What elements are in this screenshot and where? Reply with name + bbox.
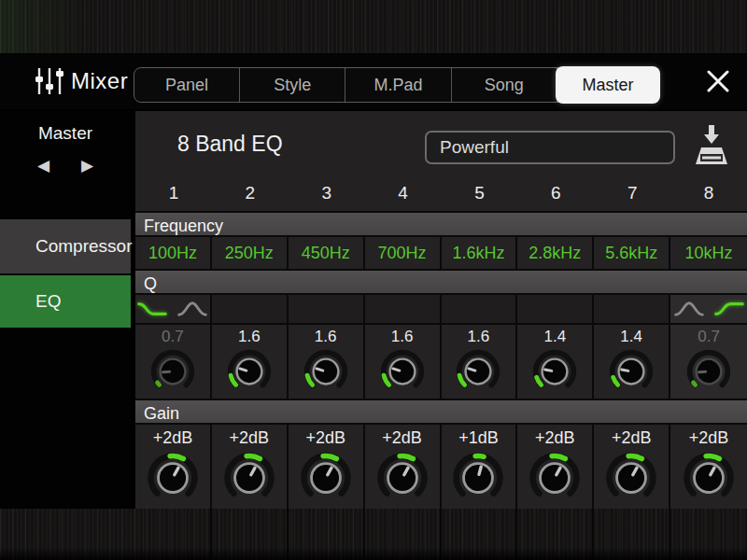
top-bezel (0, 0, 747, 54)
frequency-value: 100Hz (148, 244, 197, 263)
frequency-cell-6[interactable]: 2.8kHz (517, 237, 594, 269)
part-selector: ◀ ▶ (0, 157, 131, 175)
save-button[interactable] (693, 123, 730, 168)
frequency-cell-5[interactable]: 1.6kHz (442, 237, 518, 269)
tab-panel[interactable]: Panel (134, 68, 240, 102)
frequency-cell-1[interactable]: 100Hz (135, 237, 212, 269)
frequency-value: 1.6kHz (452, 244, 504, 263)
q-knob[interactable] (302, 347, 350, 396)
filter-type-row (135, 295, 747, 325)
sidebar-item-eq[interactable]: EQ (0, 275, 131, 328)
filter-type-cell-5 (442, 295, 518, 323)
band-number: 2 (212, 176, 289, 212)
gain-value: +2dB (382, 427, 422, 450)
gain-knob[interactable] (681, 450, 737, 506)
frequency-cell-8[interactable]: 10kHz (670, 237, 747, 269)
q-cell-8: 0.7 (670, 325, 747, 399)
q-knob[interactable] (378, 347, 427, 396)
q-knob[interactable] (148, 347, 197, 396)
q-value: 1.6 (391, 327, 414, 347)
gain-cell-3: +2dB (289, 425, 365, 509)
close-icon (706, 69, 730, 93)
tab-song[interactable]: Song (452, 68, 557, 102)
gain-knob[interactable] (527, 450, 583, 506)
mixer-sliders-icon (34, 65, 65, 101)
q-knob[interactable] (530, 347, 579, 396)
close-button[interactable] (702, 68, 734, 94)
q-cell-7: 1.4 (594, 325, 670, 399)
sidebar-item-compressor[interactable]: Compressor (0, 219, 131, 275)
gain-knob-row: +2dB +2dB +2dB +2dB +1dB +2dB (135, 425, 747, 509)
frequency-row: 100Hz 250Hz 450Hz 700Hz 1.6kHz 2.8kHz 5.… (135, 237, 747, 269)
band-number-row: 1 2 3 4 5 6 7 8 (135, 176, 747, 212)
q-cell-5: 1.6 (442, 325, 518, 399)
q-knob[interactable] (684, 347, 733, 396)
part-selector-label: Master (0, 123, 131, 144)
q-value: 0.7 (162, 327, 184, 347)
eq-title: 8 Band EQ (177, 111, 283, 176)
eq-panel: 8 Band EQ Powerful 1 2 3 4 5 6 7 (135, 111, 747, 509)
gain-knob[interactable] (603, 450, 659, 506)
filter-type-cell-8[interactable] (670, 295, 747, 323)
gain-cell-2: +2dB (212, 425, 289, 509)
next-part-arrow-icon[interactable]: ▶ (81, 157, 93, 175)
gain-cell-7: +2dB (594, 425, 670, 509)
gain-value: +2dB (305, 427, 345, 450)
gain-knob[interactable] (221, 450, 277, 506)
gain-knob[interactable] (450, 450, 506, 506)
eq-header: 8 Band EQ Powerful (135, 111, 747, 176)
peak-filter-icon[interactable] (176, 299, 208, 319)
gain-knob[interactable] (374, 450, 430, 506)
band-number: 5 (442, 176, 518, 212)
frequency-section-header: Frequency (135, 211, 747, 237)
q-value: 1.4 (543, 327, 566, 347)
frequency-cell-3[interactable]: 450Hz (289, 237, 365, 269)
frequency-cell-7[interactable]: 5.6kHz (594, 237, 670, 269)
band-number: 6 (517, 176, 594, 212)
gain-knob[interactable] (298, 450, 354, 506)
filter-type-cell-6 (517, 295, 594, 323)
frequency-value: 250Hz (225, 244, 274, 263)
frequency-cell-4[interactable]: 700Hz (365, 237, 442, 269)
frequency-value: 700Hz (378, 244, 427, 263)
title-bar: Mixer Panel Style M.Pad Song Master (0, 53, 747, 111)
q-knob[interactable] (607, 347, 655, 396)
q-value: 0.7 (698, 327, 720, 347)
q-knob[interactable] (225, 347, 274, 396)
mixer-tab-bar: Panel Style M.Pad Song Master (134, 67, 659, 103)
band-number: 1 (135, 176, 212, 212)
q-value: 1.6 (468, 327, 490, 347)
q-knob[interactable] (454, 347, 502, 396)
q-cell-1: 0.7 (135, 325, 212, 399)
content-area: Master ◀ ▶ Compressor EQ 8 Band EQ Power… (0, 111, 747, 509)
sidebar-item-label: EQ (35, 291, 61, 312)
save-icon (693, 123, 730, 168)
low-shelf-icon[interactable] (136, 299, 168, 319)
q-cell-2: 1.6 (212, 325, 289, 399)
filter-type-cell-1[interactable] (135, 295, 212, 323)
band-number: 8 (670, 176, 747, 212)
bezel-green-tint (0, 0, 87, 53)
frequency-value: 450Hz (302, 244, 350, 263)
sidebar: Master ◀ ▶ Compressor EQ (0, 111, 131, 509)
gain-cell-5: +1dB (442, 425, 518, 509)
gain-cell-8: +2dB (670, 425, 747, 509)
tab-master[interactable]: Master (556, 66, 660, 104)
frequency-value: 5.6kHz (605, 244, 657, 263)
band-number: 7 (594, 176, 670, 212)
q-cell-4: 1.6 (365, 325, 442, 399)
sidebar-item-label: Compressor (35, 236, 132, 257)
gain-value: +2dB (612, 427, 652, 450)
gain-cell-6: +2dB (517, 425, 594, 509)
peak-filter-icon[interactable] (673, 299, 705, 319)
tab-mpad[interactable]: M.Pad (345, 68, 451, 102)
gain-knob[interactable] (145, 450, 201, 506)
high-shelf-icon[interactable] (713, 299, 745, 319)
gain-value: +2dB (230, 427, 270, 450)
q-value: 1.6 (315, 327, 337, 347)
preset-selector[interactable]: Powerful (425, 131, 675, 164)
frequency-cell-2[interactable]: 250Hz (212, 237, 289, 269)
filter-type-cell-3 (289, 295, 365, 323)
tab-style[interactable]: Style (240, 68, 345, 102)
prev-part-arrow-icon[interactable]: ◀ (37, 157, 49, 175)
